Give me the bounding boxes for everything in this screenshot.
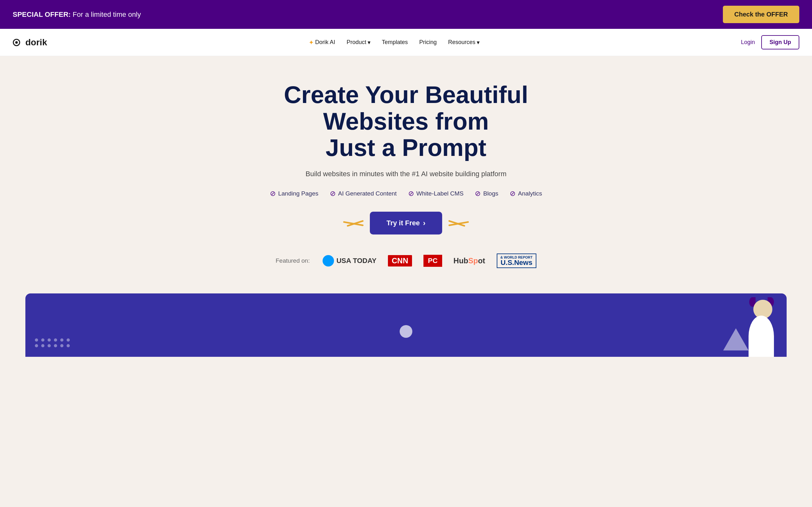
right-decoration [449,220,469,226]
nav-item-templates[interactable]: Templates [382,39,408,46]
usa-today-logo: USA TODAY [322,255,376,267]
char-body [749,316,774,357]
cta-wrapper: Try it Free › [13,212,799,234]
feature-landing-pages: ⊘ Landing Pages [270,189,318,198]
hero-title: Create Your Beautiful Websites from Just… [232,81,580,161]
left-decoration [343,220,363,226]
nav-item-dorik-ai[interactable]: ✦ Dorik AI [309,39,335,46]
check-offer-button[interactable]: Check the OFFER [723,6,799,23]
arrow-icon: › [423,219,426,228]
chevron-down-icon: ▾ [477,39,479,46]
feature-analytics: ⊘ Analytics [510,189,542,198]
hubspot-logo: HubSpot [454,257,485,265]
cnn-logo: CNN [388,255,412,267]
usnews-logo: & WORLD REPORT U.S.News [497,253,537,268]
svg-point-1 [15,41,18,44]
character [739,300,777,357]
check-icon: ⊘ [330,189,336,198]
nav-item-pricing[interactable]: Pricing [419,39,437,46]
dashboard-circle [400,325,412,338]
dashboard-preview [26,293,786,357]
logo-icon [13,37,24,48]
chevron-down-icon: ▾ [368,39,370,46]
nav-item-resources[interactable]: Resources ▾ [448,39,479,46]
dashboard-dots [35,338,70,347]
nav-item-product[interactable]: Product ▾ [347,39,370,46]
pc-logo: PC [423,255,442,267]
signup-button[interactable]: Sign Up [761,35,799,49]
nav-actions: Login Sign Up [741,35,799,49]
check-icon: ⊘ [510,189,515,198]
feature-white-label: ⊘ White-Label CMS [408,189,464,198]
login-link[interactable]: Login [741,39,755,46]
announcement-bar: SPECIAL OFFER: For a limited time only [13,10,141,18]
announcement-text: SPECIAL OFFER: For a limited time only [13,10,141,19]
sparkle-icon: ✦ [309,39,314,46]
try-free-button[interactable]: Try it Free › [370,212,442,234]
hero-features: ⊘ Landing Pages ⊘ AI Generated Content ⊘… [13,189,799,198]
featured-label: Featured on: [275,257,310,264]
nav-links: ✦ Dorik AI Product ▾ Templates Pricing R… [309,39,479,46]
main-nav: dorik ✦ Dorik AI Product ▾ Templates Pri… [0,29,812,56]
feature-ai-content: ⊘ AI Generated Content [330,189,397,198]
feature-blogs: ⊘ Blogs [475,189,498,198]
check-icon: ⊘ [270,189,275,198]
check-icon: ⊘ [475,189,480,198]
check-icon: ⊘ [408,189,414,198]
hero-subtitle: Build websites in minutes with the #1 AI… [13,170,799,178]
featured-on-section: Featured on: USA TODAY CNN PC HubSpot & … [13,253,799,268]
featured-logos: USA TODAY CNN PC HubSpot & WORLD REPORT … [322,253,537,268]
hero-section: Create Your Beautiful Websites from Just… [0,56,812,293]
announcement-bar: SPECIAL OFFER: For a limited time only C… [0,0,812,29]
usa-circle [322,255,334,267]
logo[interactable]: dorik [13,37,47,48]
